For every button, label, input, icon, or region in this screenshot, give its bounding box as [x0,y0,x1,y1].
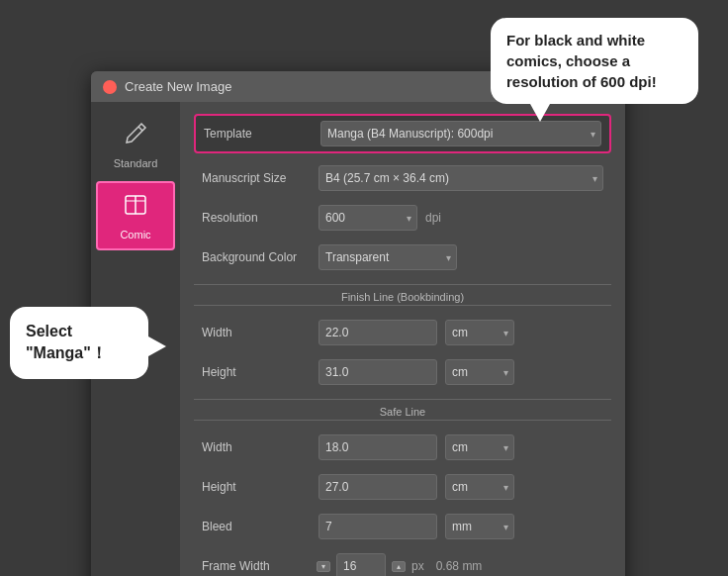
bleed-input[interactable] [318,514,437,539]
safe-line-width-label: Width [202,440,311,454]
dialog-body: Standard Comic Template [91,102,625,576]
sidebar-label-comic: Comic [120,229,150,240]
background-color-row: Background Color Transparent [194,240,611,274]
finish-line-section-header: Finish Line (Bookbinding) [194,284,611,306]
background-color-label: Background Color [202,250,311,264]
resolution-label: Resolution [202,211,311,225]
finish-line-width-label: Width [202,326,311,339]
frame-width-stepper: ▾ [317,561,330,572]
sidebar-label-standard: Standard [114,157,158,169]
frame-width-unit: px [411,559,424,573]
bleed-unit-select[interactable]: mm [445,514,514,539]
sidebar-item-standard[interactable]: Standard [96,112,175,177]
template-select[interactable]: Manga (B4 Manuscript): 600dpi [320,121,601,146]
speech-bubble-top-text: For black and white comics, choose a res… [506,32,657,90]
safe-line-height-input[interactable] [318,474,437,500]
bleed-label: Bleed [202,520,311,533]
manuscript-size-label: Manuscript Size [202,171,311,185]
finish-line-width-unit-select[interactable]: cm [445,320,514,345]
finish-line-width-input[interactable] [318,320,437,345]
svg-line-0 [138,127,142,131]
manuscript-size-select[interactable]: B4 (25.7 cm × 36.4 cm) [318,165,603,191]
template-label: Template [204,127,313,141]
safe-line-width-input[interactable] [318,434,437,460]
sidebar-item-comic[interactable]: Comic [96,181,175,250]
pen-icon [122,120,149,153]
finish-line-height-label: Height [202,365,311,379]
frame-width-down-button[interactable]: ▾ [317,561,330,572]
finish-line-width-row: Width cm [194,316,611,349]
resolution-unit: dpi [425,211,441,225]
safe-line-height-unit-select[interactable]: cm [445,474,514,500]
finish-line-height-input[interactable] [318,359,437,385]
form-area: Template Manga (B4 Manuscript): 600dpi M… [180,102,625,576]
safe-line-width-row: Width cm [194,431,611,464]
speech-bubble-left-text: Select "Manga"！ [26,323,107,361]
speech-bubble-left: Select "Manga"！ [10,307,148,379]
dialog: Create New Image Standard [91,71,625,576]
frame-width-stepper-up: ▴ [392,561,406,572]
resolution-row: Resolution 600 dpi [194,201,611,235]
bleed-row: Bleed mm [194,510,611,543]
frame-width-mm: 0.68 mm [436,559,483,573]
safe-line-section-header: Safe Line [194,399,611,421]
dialog-title: Create New Image [125,79,231,94]
safe-line-height-row: Height cm [194,470,611,504]
finish-line-height-unit-select[interactable]: cm [445,359,514,385]
resolution-select[interactable]: 600 [318,205,417,231]
frame-width-label: Frame Width [202,559,311,573]
safe-line-height-label: Height [202,480,311,494]
manuscript-size-row: Manuscript Size B4 (25.7 cm × 36.4 cm) [194,161,611,195]
background-color-select[interactable]: Transparent [318,244,457,270]
frame-width-input[interactable] [336,553,386,576]
book-icon [122,191,149,225]
finish-line-height-row: Height cm [194,355,611,389]
safe-line-width-unit-select[interactable]: cm [445,434,514,460]
speech-bubble-top: For black and white comics, choose a res… [491,18,698,104]
close-dot[interactable] [103,80,117,94]
frame-width-row: Frame Width ▾ ▴ px 0.68 mm [194,549,611,576]
frame-width-up-button[interactable]: ▴ [392,561,406,572]
